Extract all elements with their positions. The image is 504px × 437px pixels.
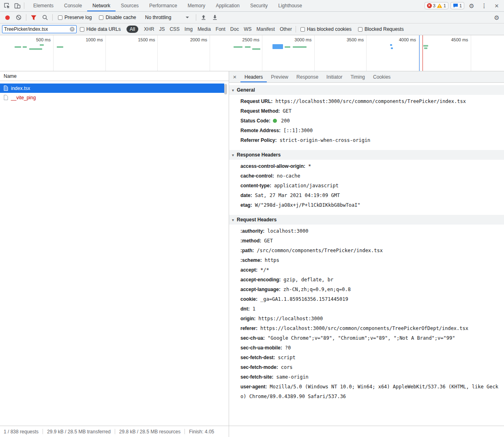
request-row[interactable]: __vite_ping: [0, 93, 224, 102]
tab-memory[interactable]: Memory: [182, 0, 210, 11]
request-name: index.tsx: [11, 86, 30, 91]
details-bottom-strip: [229, 426, 504, 437]
details-tab-preview[interactable]: Preview: [267, 71, 292, 82]
network-settings-button[interactable]: ⚙: [491, 13, 502, 22]
request-row[interactable]: index.tsx: [0, 84, 224, 93]
has-blocked-cookies-checkbox[interactable]: Has blocked cookies: [300, 26, 352, 32]
filter-type-all[interactable]: All: [127, 26, 138, 33]
kebab-menu-icon: ⋮: [481, 3, 487, 9]
header-row: :authority:localhost:3000: [240, 226, 499, 236]
throttling-select[interactable]: No throttling: [145, 15, 189, 20]
header-row: sec-fetch-site:same-origin: [240, 372, 499, 382]
filter-toggle-button[interactable]: [28, 13, 39, 22]
file-icon: [4, 86, 8, 91]
gear-icon: ⚙: [494, 15, 499, 21]
tab-application[interactable]: Application: [210, 0, 245, 11]
timeline-gridline: [366, 35, 367, 71]
filter-type-js[interactable]: JS: [159, 26, 165, 32]
main-tab-bar: ElementsConsoleNetworkSourcesPerformance…: [28, 0, 307, 11]
name-column-header[interactable]: Name: [0, 71, 229, 81]
scrollbar-thumb[interactable]: [224, 84, 227, 94]
details-tab-headers[interactable]: Headers: [240, 71, 267, 82]
header-row: date:Sat, 27 Mar 2021 04:19:09 GMT: [240, 191, 499, 200]
disable-cache-label: Disable cache: [105, 15, 136, 20]
inspect-elements-button[interactable]: [2, 1, 12, 11]
tab-security[interactable]: Security: [245, 0, 273, 11]
network-overview[interactable]: 500 ms1000 ms1500 ms2000 ms2500 ms3000 m…: [0, 35, 504, 71]
preserve-log-label: Preserve log: [64, 15, 92, 20]
header-list: :authority:localhost:3000:method:GET:pat…: [229, 225, 504, 402]
filter-input-container: ×: [2, 25, 77, 33]
console-errors-badge[interactable]: 3 1: [425, 2, 448, 9]
tab-sources[interactable]: Sources: [116, 0, 144, 11]
header-name: :scheme:: [240, 257, 262, 263]
settings-button[interactable]: ⚙: [466, 1, 477, 11]
header-value: 200: [281, 118, 290, 124]
header-name: referer:: [240, 326, 257, 331]
overview-activity-bar: [424, 47, 427, 49]
close-devtools-button[interactable]: ×: [491, 1, 502, 11]
clear-network-log-button[interactable]: [13, 13, 24, 22]
header-row: accept:*/*: [240, 265, 499, 275]
timeline-tick-label: 3500 ms: [339, 37, 364, 42]
gear-icon: ⚙: [469, 3, 474, 9]
timeline-tick-label: 3000 ms: [287, 37, 312, 42]
filter-type-font[interactable]: Font: [216, 26, 225, 32]
hide-data-urls-label: Hide data URLs: [86, 26, 121, 32]
network-filter-input[interactable]: [2, 26, 70, 32]
import-har-button[interactable]: [198, 13, 209, 22]
toolbar-right-cluster: 3 1 1 ⚙ ⋮ ×: [425, 0, 504, 11]
header-name: access-control-allow-origin:: [240, 163, 305, 169]
overview-activity-bar: [272, 44, 283, 49]
close-details-button[interactable]: ×: [229, 74, 240, 80]
filter-type-manifest[interactable]: Manifest: [257, 26, 275, 32]
header-row: origin:https://localhost:3000: [240, 314, 499, 323]
timeline-gridline: [53, 35, 54, 71]
tab-performance[interactable]: Performance: [144, 0, 182, 11]
section-header-general[interactable]: ▾General: [229, 85, 504, 95]
filter-type-img[interactable]: Img: [184, 26, 193, 32]
summary-item: Finish: 4.05: [189, 429, 214, 435]
disclosure-triangle-icon: ▾: [232, 218, 234, 222]
filter-type-css[interactable]: CSS: [169, 26, 180, 32]
details-tab-cookies[interactable]: Cookies: [369, 71, 395, 82]
chevron-down-icon: [186, 17, 189, 18]
clear-filter-button[interactable]: ×: [70, 27, 75, 32]
tab-console[interactable]: Console: [59, 0, 87, 11]
search-button[interactable]: [40, 13, 50, 22]
section-header-request-headers[interactable]: ▾Request Headers: [229, 215, 504, 225]
export-har-button[interactable]: [210, 13, 220, 22]
details-tab-response[interactable]: Response: [292, 71, 322, 82]
filter-type-doc[interactable]: Doc: [230, 26, 239, 32]
timeline-tick-label: 500 ms: [26, 37, 51, 42]
header-value: https://localhost:3000/src/common/compon…: [275, 99, 466, 104]
section-header-response-headers[interactable]: ▾Response Headers: [229, 150, 504, 160]
header-name: accept-language:: [240, 287, 281, 292]
tab-lighthouse[interactable]: Lighthouse: [273, 0, 307, 11]
hide-data-urls-checkbox[interactable]: Hide data URLs: [80, 26, 121, 32]
blocked-requests-label: Blocked Requests: [365, 26, 404, 32]
tab-elements[interactable]: Elements: [28, 0, 59, 11]
funnel-icon: [31, 15, 36, 20]
timeline-gridline: [210, 35, 210, 71]
filter-type-other[interactable]: Other: [280, 26, 292, 32]
toggle-device-toolbar-button[interactable]: [12, 1, 23, 11]
record-network-log-button[interactable]: [2, 13, 13, 22]
filter-type-media[interactable]: Media: [197, 26, 211, 32]
header-row: :path:/src/common/components/TreePicker/…: [240, 246, 499, 255]
tab-network[interactable]: Network: [87, 0, 116, 11]
clear-circle-icon: ×: [71, 27, 73, 31]
blocked-requests-checkbox[interactable]: Blocked Requests: [358, 26, 404, 32]
preserve-log-checkbox[interactable]: Preserve log: [58, 15, 92, 20]
header-row: accept-language:zh-CN,zh;q=0.9,en;q=0.8: [240, 285, 499, 294]
more-options-button[interactable]: ⋮: [479, 1, 489, 11]
network-summary-bar: 1 / 838 requests29.9 kB / 28.5 MB transf…: [0, 426, 229, 437]
details-tab-initiator[interactable]: Initiator: [322, 71, 346, 82]
header-value: zh-CN,zh;q=0.9,en;q=0.8: [283, 287, 351, 292]
details-tab-timing[interactable]: Timing: [346, 71, 369, 82]
details-tab-bar: × HeadersPreviewResponseInitiatorTimingC…: [229, 71, 504, 83]
console-messages-badge[interactable]: 1: [450, 2, 464, 9]
filter-type-ws[interactable]: WS: [244, 26, 251, 32]
filter-type-xhr[interactable]: XHR: [144, 26, 154, 32]
disable-cache-checkbox[interactable]: Disable cache: [99, 15, 136, 20]
